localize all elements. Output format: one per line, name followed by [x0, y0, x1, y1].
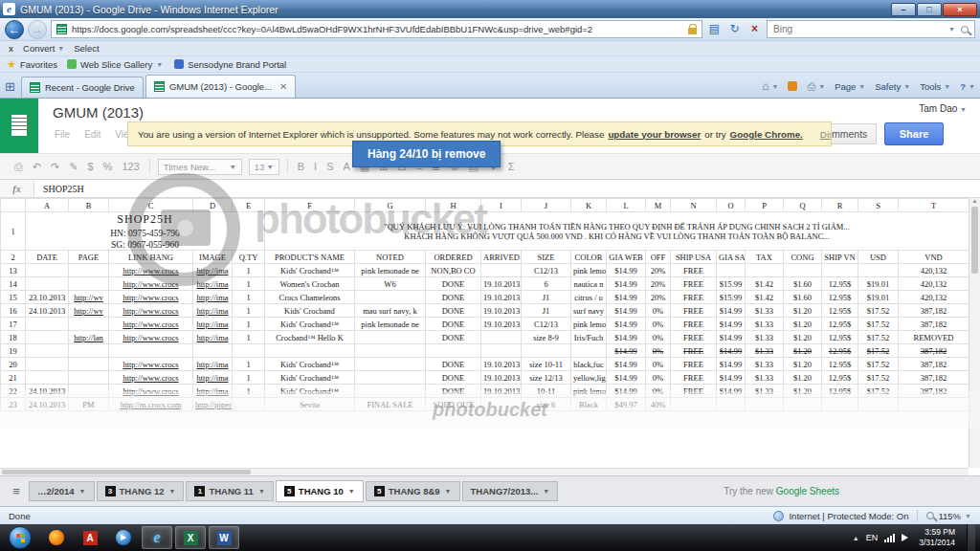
- cell[interactable]: Iris/Fuch: [571, 331, 607, 344]
- cell[interactable]: PM: [69, 398, 109, 411]
- cell[interactable]: http://www.crocs: [109, 264, 193, 277]
- cell[interactable]: 12.95$: [822, 385, 858, 398]
- cell[interactable]: 420,132: [899, 291, 969, 304]
- cell[interactable]: FREE: [671, 344, 717, 358]
- cell[interactable]: size 12/13: [522, 371, 571, 385]
- quick-tabs-icon[interactable]: ⊞: [5, 77, 15, 98]
- update-browser-link[interactable]: update your browser: [608, 129, 701, 140]
- row-header[interactable]: 14: [1, 277, 26, 291]
- column-title-cell[interactable]: IMAGE: [193, 251, 233, 264]
- select-button[interactable]: Select: [74, 43, 99, 54]
- cell[interactable]: $17.52: [858, 344, 899, 358]
- cell[interactable]: 0%: [646, 344, 671, 358]
- cell[interactable]: [784, 264, 822, 277]
- cell[interactable]: [26, 371, 69, 385]
- taskbar-item[interactable]: W: [209, 526, 239, 549]
- cell[interactable]: mau surf navy, k: [355, 304, 426, 318]
- cell[interactable]: 12.95$: [822, 291, 858, 304]
- cell[interactable]: $14.99: [607, 371, 646, 385]
- cell[interactable]: $1.33: [746, 304, 784, 318]
- cell[interactable]: $1.20: [784, 358, 822, 371]
- cell[interactable]: 12.95$: [822, 344, 858, 358]
- sheet-tab[interactable]: THANG7/2013...▼: [462, 481, 559, 501]
- cell[interactable]: $17.52: [858, 385, 899, 398]
- cell[interactable]: DONE: [426, 277, 481, 291]
- cell[interactable]: 387,182: [899, 385, 969, 398]
- cell[interactable]: http://ima: [193, 371, 233, 385]
- cell[interactable]: [109, 344, 193, 358]
- feeds-icon[interactable]: [788, 81, 797, 91]
- column-header[interactable]: C: [109, 199, 193, 212]
- column-header[interactable]: G: [355, 199, 426, 212]
- column-header[interactable]: O: [717, 199, 746, 212]
- close-addon-icon[interactable]: x: [9, 44, 13, 54]
- cell[interactable]: surf navy: [571, 304, 607, 318]
- cell[interactable]: pink lemonade ne: [355, 318, 426, 331]
- cell[interactable]: http://ima: [193, 264, 233, 277]
- cell[interactable]: [69, 277, 109, 291]
- column-title-cell[interactable]: CONG: [784, 251, 822, 264]
- column-title-cell[interactable]: PAGE: [69, 251, 109, 264]
- cell[interactable]: [26, 344, 69, 358]
- row-header[interactable]: 1: [1, 212, 26, 251]
- cell[interactable]: 0%: [646, 358, 671, 371]
- cell[interactable]: 1: [233, 304, 265, 318]
- row-header[interactable]: 13: [1, 264, 26, 277]
- cell[interactable]: 0%: [646, 304, 671, 318]
- cell[interactable]: FREE: [671, 304, 717, 318]
- hidden-icons-chevron[interactable]: ▲: [853, 535, 859, 541]
- start-button[interactable]: [9, 526, 32, 549]
- cell[interactable]: $17.52: [858, 318, 899, 331]
- sheet-tab[interactable]: 3THANG 12▼: [97, 481, 185, 501]
- menu-file[interactable]: File: [55, 129, 70, 140]
- cell[interactable]: 0%: [646, 385, 671, 398]
- cell[interactable]: 387,182: [899, 318, 969, 331]
- cell[interactable]: $1.20: [784, 371, 822, 385]
- column-header[interactable]: H: [426, 199, 481, 212]
- column-header[interactable]: P: [746, 199, 784, 212]
- cell[interactable]: [717, 264, 746, 277]
- cell[interactable]: [26, 331, 69, 344]
- cell[interactable]: 20%: [646, 291, 671, 304]
- cell[interactable]: http://www.crocs: [109, 358, 193, 371]
- cell[interactable]: [355, 331, 426, 344]
- column-title-cell[interactable]: SHIP USA: [671, 251, 717, 264]
- italic-icon[interactable]: I: [309, 161, 322, 172]
- font-size-select[interactable]: 13▼: [249, 159, 279, 175]
- cell[interactable]: DONE: [426, 385, 481, 398]
- row-header[interactable]: 20: [1, 358, 26, 371]
- cell[interactable]: 12.95$: [822, 358, 858, 371]
- cell[interactable]: $14.99: [717, 358, 746, 371]
- search-box[interactable]: Bing ▼: [767, 20, 975, 38]
- cell[interactable]: 19.10.2013: [481, 385, 522, 398]
- cell[interactable]: 387,182: [899, 358, 969, 371]
- cell[interactable]: [26, 277, 69, 291]
- cell[interactable]: $19.01: [858, 291, 899, 304]
- cell[interactable]: [26, 358, 69, 371]
- cell[interactable]: $14.99: [607, 264, 646, 277]
- cell[interactable]: $15.99: [717, 291, 746, 304]
- cell[interactable]: 1: [233, 358, 265, 371]
- stop-icon[interactable]: ×: [746, 21, 763, 38]
- cell[interactable]: $17.52: [858, 358, 899, 371]
- cell[interactable]: 6: [522, 277, 571, 291]
- google-chrome-link[interactable]: Google Chrome.: [730, 129, 803, 140]
- column-header[interactable]: I: [481, 199, 522, 212]
- cell[interactable]: DONE: [426, 358, 481, 371]
- print-button[interactable]: ⎙▼: [807, 80, 825, 93]
- select-all-corner[interactable]: [1, 199, 26, 212]
- cell[interactable]: [481, 344, 522, 358]
- cell[interactable]: [355, 385, 426, 398]
- column-title-cell[interactable]: SIZE: [522, 251, 571, 264]
- cell[interactable]: FREE: [671, 277, 717, 291]
- font-family-select[interactable]: Times New...▼: [158, 159, 242, 175]
- cell[interactable]: $1.33: [746, 318, 784, 331]
- cell[interactable]: $14.99: [717, 318, 746, 331]
- column-title-cell[interactable]: COLOR: [571, 251, 607, 264]
- refresh-icon[interactable]: ↻: [726, 21, 743, 38]
- column-title-cell[interactable]: USD: [858, 251, 899, 264]
- cell[interactable]: 20%: [646, 277, 671, 291]
- column-title-cell[interactable]: TAX: [746, 251, 784, 264]
- cell[interactable]: Sevita: [265, 398, 355, 411]
- cell[interactable]: [671, 398, 717, 411]
